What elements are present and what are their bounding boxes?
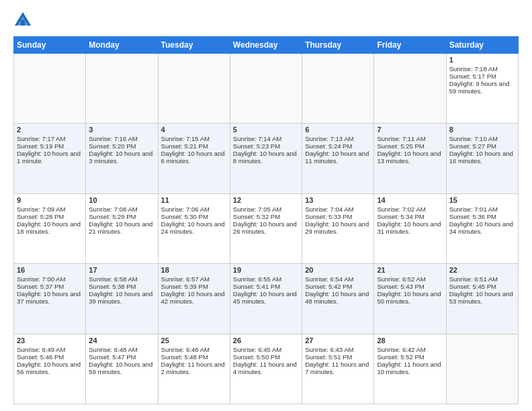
day-info: Daylight: 10 hours and 11 minutes. xyxy=(305,150,371,165)
cal-cell xyxy=(446,334,518,404)
day-info: Daylight: 9 hours and 59 minutes. xyxy=(449,80,515,95)
day-info: Sunset: 5:23 PM xyxy=(233,142,299,150)
day-info: Daylight: 11 hours and 2 minutes. xyxy=(161,361,227,375)
day-info: Daylight: 10 hours and 6 minutes. xyxy=(161,150,227,165)
day-info: Sunset: 5:36 PM xyxy=(449,213,515,220)
day-info: Sunrise: 6:42 AM xyxy=(377,346,443,353)
day-info: Sunset: 5:43 PM xyxy=(377,283,443,290)
day-info: Sunrise: 6:55 AM xyxy=(233,275,299,283)
cal-cell xyxy=(86,54,158,124)
cal-cell: 1Sunrise: 7:18 AMSunset: 5:17 PMDaylight… xyxy=(446,54,518,124)
cal-cell xyxy=(158,54,230,124)
day-info: Daylight: 10 hours and 45 minutes. xyxy=(233,290,299,305)
day-info: Sunrise: 7:18 AM xyxy=(449,65,515,73)
cal-cell: 27Sunrise: 6:43 AMSunset: 5:51 PMDayligh… xyxy=(302,334,374,404)
day-info: Daylight: 10 hours and 21 minutes. xyxy=(89,220,154,235)
svg-rect-2 xyxy=(21,20,25,26)
day-number: 15 xyxy=(449,196,515,204)
day-number: 7 xyxy=(377,126,443,134)
logo-icon xyxy=(13,11,32,30)
day-number: 28 xyxy=(377,336,443,345)
day-info: Daylight: 10 hours and 42 minutes. xyxy=(161,290,227,305)
day-info: Sunrise: 7:00 AM xyxy=(17,275,83,283)
day-info: Sunrise: 7:10 AM xyxy=(449,135,515,142)
day-info: Daylight: 10 hours and 48 minutes. xyxy=(305,290,371,305)
cal-cell: 20Sunrise: 6:54 AMSunset: 5:42 PMDayligh… xyxy=(302,264,374,334)
day-info: Sunset: 5:32 PM xyxy=(233,213,299,220)
day-info: Sunrise: 6:46 AM xyxy=(161,346,227,353)
day-info: Sunrise: 6:52 AM xyxy=(377,275,443,283)
day-info: Sunrise: 7:04 AM xyxy=(305,205,371,213)
col-header-sunday: Sunday xyxy=(14,37,86,54)
calendar-table: SundayMondayTuesdayWednesdayThursdayFrid… xyxy=(13,36,519,404)
day-number: 4 xyxy=(161,126,227,134)
cal-cell: 13Sunrise: 7:04 AMSunset: 5:33 PMDayligh… xyxy=(302,193,374,263)
day-number: 3 xyxy=(89,126,154,134)
day-info: Daylight: 10 hours and 26 minutes. xyxy=(233,220,299,235)
day-info: Daylight: 10 hours and 1 minute. xyxy=(17,150,83,165)
day-info: Daylight: 10 hours and 37 minutes. xyxy=(17,290,83,305)
col-header-monday: Monday xyxy=(86,37,158,54)
day-info: Daylight: 10 hours and 34 minutes. xyxy=(449,220,515,235)
day-info: Sunrise: 6:58 AM xyxy=(89,275,154,283)
day-info: Sunset: 5:27 PM xyxy=(449,142,515,150)
day-number: 21 xyxy=(377,266,443,274)
day-info: Sunrise: 7:17 AM xyxy=(17,135,83,142)
day-number: 2 xyxy=(17,126,83,134)
day-info: Daylight: 11 hours and 4 minutes. xyxy=(233,361,299,375)
day-info: Daylight: 10 hours and 24 minutes. xyxy=(161,220,227,235)
cal-cell: 16Sunrise: 7:00 AMSunset: 5:37 PMDayligh… xyxy=(14,264,86,334)
day-number: 11 xyxy=(161,196,227,204)
day-info: Sunset: 5:30 PM xyxy=(161,213,227,220)
cal-cell: 6Sunrise: 7:13 AMSunset: 5:24 PMDaylight… xyxy=(302,124,374,193)
day-info: Sunset: 5:47 PM xyxy=(89,353,154,361)
day-info: Daylight: 10 hours and 8 minutes. xyxy=(233,150,299,165)
day-info: Sunset: 5:41 PM xyxy=(233,283,299,290)
cal-cell xyxy=(302,54,374,124)
cal-cell xyxy=(374,54,446,124)
day-number: 23 xyxy=(17,336,83,345)
day-info: Sunrise: 6:49 AM xyxy=(17,346,83,353)
day-info: Sunset: 5:21 PM xyxy=(161,142,227,150)
day-info: Sunset: 5:19 PM xyxy=(17,142,83,150)
col-header-friday: Friday xyxy=(374,37,446,54)
cal-cell: 3Sunrise: 7:16 AMSunset: 5:20 PMDaylight… xyxy=(86,124,158,193)
day-number: 20 xyxy=(305,266,371,274)
day-info: Sunset: 5:34 PM xyxy=(377,213,443,220)
day-number: 26 xyxy=(233,336,299,345)
day-info: Sunset: 5:42 PM xyxy=(305,283,371,290)
day-info: Sunrise: 6:57 AM xyxy=(161,275,227,283)
day-info: Daylight: 10 hours and 29 minutes. xyxy=(305,220,371,235)
day-info: Sunset: 5:48 PM xyxy=(161,353,227,361)
day-info: Sunrise: 6:51 AM xyxy=(449,275,515,283)
day-info: Daylight: 10 hours and 59 minutes. xyxy=(89,361,154,375)
day-info: Sunrise: 7:09 AM xyxy=(17,205,83,213)
day-info: Sunrise: 6:45 AM xyxy=(233,346,299,353)
day-info: Sunrise: 6:43 AM xyxy=(305,346,371,353)
col-header-saturday: Saturday xyxy=(446,37,518,54)
day-info: Daylight: 10 hours and 18 minutes. xyxy=(17,220,83,235)
cal-cell: 17Sunrise: 6:58 AMSunset: 5:38 PMDayligh… xyxy=(86,264,158,334)
day-info: Sunrise: 7:16 AM xyxy=(89,135,154,142)
day-info: Sunset: 5:51 PM xyxy=(305,353,371,361)
page: SundayMondayTuesdayWednesdayThursdayFrid… xyxy=(0,0,532,411)
day-info: Sunset: 5:38 PM xyxy=(89,283,154,290)
cal-cell: 26Sunrise: 6:45 AMSunset: 5:50 PMDayligh… xyxy=(230,334,302,404)
day-number: 24 xyxy=(89,336,154,345)
day-info: Daylight: 10 hours and 13 minutes. xyxy=(377,150,443,165)
cal-cell: 8Sunrise: 7:10 AMSunset: 5:27 PMDaylight… xyxy=(446,124,518,193)
day-info: Sunset: 5:37 PM xyxy=(17,283,83,290)
day-info: Sunset: 5:24 PM xyxy=(305,142,371,150)
cal-cell: 24Sunrise: 6:48 AMSunset: 5:47 PMDayligh… xyxy=(86,334,158,404)
day-number: 1 xyxy=(449,56,515,64)
day-info: Sunrise: 7:08 AM xyxy=(89,205,154,213)
day-info: Sunset: 5:33 PM xyxy=(305,213,371,220)
cal-cell xyxy=(230,54,302,124)
day-number: 6 xyxy=(305,126,371,134)
day-number: 5 xyxy=(233,126,299,134)
day-info: Sunrise: 7:11 AM xyxy=(377,135,443,142)
day-number: 25 xyxy=(161,336,227,345)
day-number: 22 xyxy=(449,266,515,274)
day-info: Daylight: 10 hours and 39 minutes. xyxy=(89,290,154,305)
day-number: 9 xyxy=(17,196,83,204)
